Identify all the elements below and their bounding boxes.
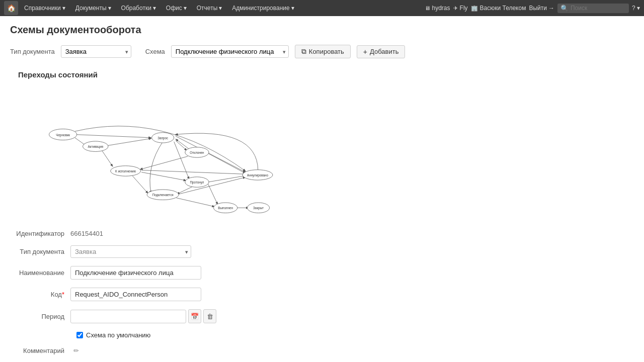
add-icon: +: [363, 48, 367, 56]
doc-type-select-wrapper[interactable]: Заявка: [61, 45, 131, 58]
chevron-down-icon: ▾: [108, 5, 111, 12]
nav-item-obrabotki[interactable]: Обработки ▾: [117, 3, 160, 14]
svg-line-15: [176, 198, 214, 207]
toolbar: Тип документа Заявка Схема Подключение ф…: [10, 45, 634, 58]
svg-line-2: [107, 138, 151, 145]
doc-type-select[interactable]: Заявка: [61, 45, 131, 58]
schema-label: Схема: [145, 48, 165, 55]
svg-text:К исполнению: К исполнению: [115, 169, 136, 173]
chevron-down-icon: ▾: [637, 5, 640, 12]
search-input[interactable]: [571, 5, 626, 12]
nav-item-spravochniki[interactable]: Справочники ▾: [20, 3, 69, 14]
add-button[interactable]: + Добавить: [357, 45, 406, 58]
form-doc-type-select[interactable]: Заявка: [70, 245, 191, 258]
edit-comment-icon[interactable]: ✏: [73, 347, 79, 354]
svg-text:Закрыт: Закрыт: [253, 206, 264, 210]
default-schema-row: Схема по умолчанию: [76, 331, 634, 339]
svg-line-18: [176, 139, 190, 149]
id-value: 666154401: [70, 230, 103, 237]
svg-text:Активация: Активация: [88, 145, 103, 149]
home-button[interactable]: 🏠: [4, 1, 18, 15]
topnav: 🏠 Справочники ▾ Документы ▾ Обработки ▾ …: [0, 0, 644, 16]
period-row: Период 📅 🗑: [10, 309, 634, 323]
svg-text:Выполнен: Выполнен: [218, 206, 233, 210]
search-icon: 🔍: [560, 5, 569, 12]
chevron-down-icon: ▾: [62, 5, 65, 12]
default-schema-checkbox[interactable]: [76, 332, 83, 338]
default-schema-label[interactable]: Схема по умолчанию: [86, 331, 150, 339]
svg-text:Подключается: Подключается: [152, 193, 174, 197]
name-row: Наименование: [10, 266, 634, 280]
svg-line-0: [75, 135, 151, 138]
chevron-down-icon: ▾: [219, 5, 222, 12]
svg-line-4: [176, 140, 187, 150]
state-diagram: Черновик Активация Запрос Отклонен К исп…: [10, 87, 322, 218]
page-title: Схемы документооборота: [10, 24, 634, 36]
period-controls: 📅 🗑: [70, 309, 216, 323]
comment-row: Комментарий ✏: [10, 347, 634, 354]
chevron-down-icon: ▾: [291, 5, 294, 12]
svg-line-11: [132, 175, 148, 193]
doc-type-label: Тип документа: [10, 48, 55, 55]
code-row: Код: [10, 288, 634, 301]
code-input[interactable]: [70, 288, 201, 301]
svg-line-9: [141, 172, 186, 180]
name-label: Наименование: [10, 269, 70, 277]
transitions-title: Переходы состояний: [18, 70, 634, 79]
exit-button[interactable]: Выйти →: [529, 5, 554, 12]
search-box[interactable]: 🔍: [557, 4, 629, 13]
form-doc-type-select-wrapper[interactable]: Заявка: [70, 245, 191, 258]
chevron-down-icon: ▾: [184, 5, 187, 12]
nav-item-dokumenty[interactable]: Документы ▾: [71, 3, 115, 14]
svg-line-8: [140, 156, 188, 169]
id-row: Идентификатор 666154401: [10, 230, 634, 237]
help-button[interactable]: ? ▾: [632, 5, 640, 12]
name-input[interactable]: [70, 266, 201, 280]
svg-text:Аннулировано: Аннулировано: [247, 173, 269, 177]
nav-item-otchety[interactable]: Отчеты ▾: [193, 3, 226, 14]
form-doc-type-row: Тип документа Заявка: [10, 245, 634, 258]
comment-label: Комментарий: [10, 347, 70, 354]
period-input[interactable]: [70, 310, 186, 323]
svg-line-13: [177, 186, 194, 194]
copy-icon: ⧉: [301, 47, 306, 56]
period-label: Период: [10, 313, 70, 320]
svg-text:Протонул: Протонул: [190, 180, 204, 185]
exit-icon: →: [548, 5, 554, 12]
schema-select[interactable]: Подключение физического лица: [171, 45, 289, 58]
clear-period-button[interactable]: 🗑: [203, 309, 216, 323]
nav-fly[interactable]: ✈ Fly: [453, 5, 468, 12]
nav-company[interactable]: 🏢 Васюки Телеком: [471, 5, 526, 12]
svg-text:Черновик: Черновик: [56, 133, 70, 137]
copy-button[interactable]: ⧉ Копировать: [295, 45, 351, 58]
code-label: Код: [10, 291, 70, 298]
svg-line-14: [208, 184, 218, 204]
chevron-down-icon: ▾: [153, 5, 156, 12]
nav-item-administrirovanie[interactable]: Администрирование ▾: [228, 3, 298, 14]
svg-line-7: [208, 153, 245, 173]
svg-line-10: [141, 170, 245, 174]
svg-line-3: [102, 150, 112, 166]
svg-text:Отклонен: Отклонен: [190, 151, 204, 154]
nav-item-ofis[interactable]: Офис ▾: [162, 3, 191, 14]
form-section: Идентификатор 666154401 Тип документа За…: [10, 230, 634, 354]
svg-text:Запрос: Запрос: [157, 136, 168, 140]
schema-select-wrapper[interactable]: Подключение физического лица: [171, 45, 289, 58]
id-label: Идентификатор: [10, 230, 70, 237]
calendar-icon-button[interactable]: 📅: [188, 309, 201, 323]
page-content: Схемы документооборота Тип документа Зая…: [0, 16, 644, 362]
form-doc-type-label: Тип документа: [10, 248, 70, 255]
nav-hydras[interactable]: 🖥 hydras: [425, 5, 450, 12]
